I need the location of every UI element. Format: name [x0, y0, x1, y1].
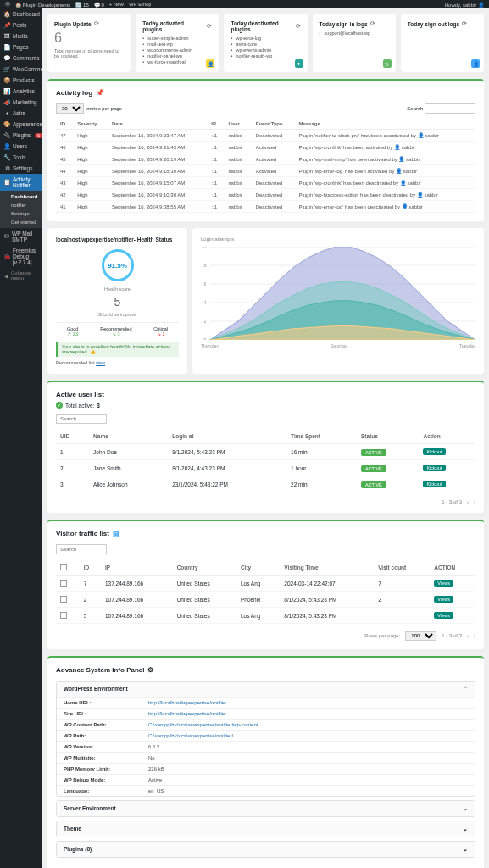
sidebar-item-media[interactable]: 🖼Media: [0, 31, 42, 42]
table-header[interactable]: Time Spent: [286, 429, 357, 444]
prev-page-icon[interactable]: ‹: [467, 499, 469, 504]
table-header[interactable]: [56, 559, 80, 576]
view-button[interactable]: Views: [434, 612, 453, 619]
refresh-icon[interactable]: ⟳: [207, 23, 212, 30]
comments-icon[interactable]: 💬 0: [94, 2, 104, 8]
updates-icon[interactable]: 🔄 15: [75, 2, 88, 8]
sidebar-item-analytics[interactable]: 📊Analytics: [0, 86, 42, 97]
card-title: Today deactivated plugins: [231, 20, 292, 32]
row-checkbox[interactable]: [60, 580, 67, 587]
admin-bar: ⓦ 🏠 Plugin Developments 🔄 15 💬 0 + New W…: [0, 0, 489, 8]
table-header[interactable]: Action: [419, 429, 475, 444]
accordion-wp-env: WordPress Environment⌃ Home URL:http://l…: [56, 681, 475, 797]
wp-logo-icon[interactable]: ⓦ: [5, 1, 10, 8]
table-cell: sabbir: [225, 165, 252, 177]
chart-title: Login attempts: [201, 236, 475, 242]
sidebar-item-posts[interactable]: 📌Posts: [0, 19, 42, 31]
accordion-header[interactable]: Server Environment⌄: [57, 801, 475, 816]
rows-per-select[interactable]: 100: [405, 631, 436, 641]
info-label: WP Content Path:: [64, 722, 148, 727]
sidebar-item-astra[interactable]: ♠Astra: [0, 108, 42, 119]
sidebar-item-tools[interactable]: 🔧Tools: [0, 152, 42, 163]
traffic-search-input[interactable]: [56, 544, 107, 554]
sidebar-item-appearance[interactable]: 🎨Appearance: [0, 119, 42, 130]
kickout-button[interactable]: Kickout: [423, 481, 445, 487]
info-row: Site URL:http://localhost/wpexpertise/no…: [57, 708, 475, 719]
table-header[interactable]: Message: [294, 119, 475, 130]
sidebar-sub-dashboard[interactable]: Dashboard: [0, 192, 42, 201]
sidebar-item-activity-notifier[interactable]: 📋Activity Notifier: [0, 174, 42, 191]
home-icon[interactable]: 🏠 Plugin Developments: [15, 2, 70, 8]
view-button[interactable]: Views: [434, 580, 453, 587]
prev-page-icon[interactable]: ‹: [467, 633, 469, 638]
refresh-icon[interactable]: ⟳: [370, 20, 375, 27]
row-checkbox[interactable]: [60, 596, 67, 603]
info-value: Active: [148, 777, 162, 782]
table-header[interactable]: Date: [108, 119, 207, 130]
table-header[interactable]: Visiting Time: [280, 559, 374, 576]
sidebar-item-pages[interactable]: 📄Pages: [0, 42, 42, 53]
health-view-link[interactable]: view: [96, 360, 105, 365]
sidebar-item-comments[interactable]: 💬Comments: [0, 53, 42, 64]
accordion-header[interactable]: Plugins (8)⌄: [57, 842, 475, 857]
sidebar-item-dashboard[interactable]: 🏠Dashboard: [0, 8, 42, 19]
table-header[interactable]: User: [225, 119, 252, 130]
list-item: support@localhost-wp: [320, 31, 389, 36]
sidebar-item-freemius-debug-[v.2.7.4][interactable]: 🐞Freemius Debug [v.2.7.4]: [0, 245, 42, 268]
howdy-user[interactable]: Howdy, sabbir 👤: [445, 2, 484, 8]
accordion-header[interactable]: WordPress Environment⌃: [57, 682, 475, 697]
view-button[interactable]: Views: [434, 596, 453, 603]
info-value[interactable]: C:\xampp\htdocs\wpexpertise\notifier/: [148, 733, 233, 738]
sidebar-item-woocommerce[interactable]: 🛒WooCommerce: [0, 64, 42, 75]
sidebar-item-marketing[interactable]: 📣Marketing: [0, 97, 42, 108]
table-header[interactable]: Status: [357, 429, 420, 444]
table-header[interactable]: IP: [207, 119, 224, 130]
table-header[interactable]: ACTION: [430, 559, 475, 576]
next-page-icon[interactable]: ›: [474, 499, 475, 504]
table-header[interactable]: ID: [56, 119, 73, 130]
user-search-input[interactable]: [56, 414, 107, 424]
table-header[interactable]: Event Type: [252, 119, 295, 130]
sidebar-item-plugins[interactable]: 🔌Plugins6: [0, 130, 42, 141]
table-header[interactable]: Country: [173, 559, 236, 576]
table-header[interactable]: Severity: [73, 119, 108, 130]
refresh-icon[interactable]: ⟳: [462, 20, 467, 27]
menu-icon: 🏠: [4, 11, 10, 17]
sidebar-item-users[interactable]: 👤Users: [0, 141, 42, 152]
table-header[interactable]: City: [236, 559, 280, 576]
select-all-checkbox[interactable]: [60, 564, 67, 570]
table-header[interactable]: ID: [80, 559, 101, 576]
refresh-icon[interactable]: ⟳: [296, 23, 301, 30]
accordion-header[interactable]: Theme⌄: [57, 821, 475, 837]
info-row: WP Path:C:\xampp\htdocs\wpexpertise\noti…: [57, 730, 475, 741]
info-value[interactable]: http://localhost/wpexpertise/notifier: [148, 700, 226, 705]
table-row: 2107.244.89.166United StatesPhoenix8/1/2…: [56, 592, 475, 608]
kickout-button[interactable]: Kickout: [423, 448, 445, 455]
activity-search-input[interactable]: [425, 103, 475, 114]
sidebar-sub-get-started[interactable]: Get started: [0, 218, 42, 226]
wp-emoji-link[interactable]: WP Emoji: [129, 2, 151, 7]
sidebar-sub-notifier[interactable]: notifier: [0, 201, 42, 209]
table-header[interactable]: IP: [101, 559, 173, 576]
sidebar-item-settings[interactable]: ⚙Settings: [0, 163, 42, 174]
info-label: WP Version:: [64, 744, 148, 749]
info-value[interactable]: http://localhost/wpexpertise/notifier: [148, 711, 226, 716]
sidebar-sub-settings[interactable]: Settings: [0, 209, 42, 218]
next-page-icon[interactable]: ›: [474, 633, 475, 638]
table-header[interactable]: Name: [89, 429, 168, 444]
refresh-icon[interactable]: ⟳: [94, 20, 99, 27]
table-header[interactable]: Login at: [168, 429, 286, 444]
table-header[interactable]: Visit count: [374, 559, 430, 576]
table-header[interactable]: UID: [56, 429, 89, 444]
collapse-menu-button[interactable]: ◀Collapse menu: [0, 268, 42, 283]
table-cell: High: [73, 177, 108, 189]
kickout-button[interactable]: Kickout: [423, 465, 445, 471]
row-checkbox[interactable]: [60, 612, 67, 619]
info-value[interactable]: C:\xampp\htdocs\wpexpertise\notifier/wp-…: [148, 722, 258, 727]
table-cell: September 16, 2024 9:18:30 AM: [108, 165, 207, 177]
table-cell: September 16, 2024 9:23:47 AM: [108, 130, 207, 142]
sidebar-item-products[interactable]: 📦Products: [0, 75, 42, 86]
sidebar-item-wp-mail-smtp[interactable]: ✉WP Mail SMTP: [0, 228, 42, 245]
perpage-select[interactable]: 30: [56, 103, 84, 114]
new-link[interactable]: + New: [109, 2, 124, 7]
